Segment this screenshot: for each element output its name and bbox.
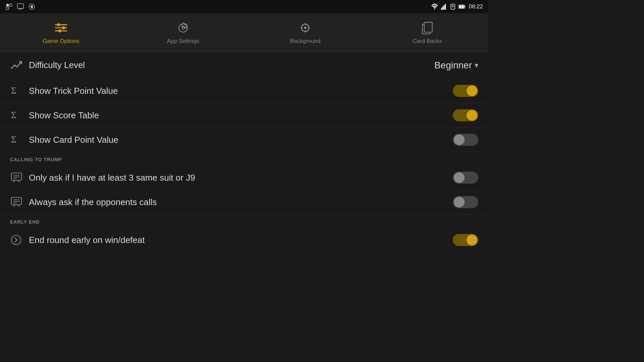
status-time: 08:22 — [469, 3, 483, 10]
end-round-row[interactable]: End round early on win/defeat — [0, 228, 488, 252]
always-ask-toggle[interactable] — [453, 196, 478, 208]
card-point-toggle-knob — [454, 134, 465, 145]
tab-background-label: Background — [290, 38, 321, 45]
svg-point-20 — [57, 23, 60, 26]
svg-point-33 — [304, 26, 306, 29]
end-round-label: End round early on win/defeat — [29, 235, 453, 245]
difficulty-row[interactable]: Difficulty Level Beginner ▾ — [0, 52, 488, 79]
score-table-toggle-knob — [467, 110, 477, 121]
app-icon-2 — [17, 3, 24, 10]
dropdown-arrow-icon: ▾ — [475, 61, 478, 70]
svg-rect-2 — [9, 4, 12, 6]
difficulty-icon — [10, 59, 29, 72]
svg-point-29 — [302, 24, 304, 26]
svg-rect-7 — [441, 8, 442, 10]
only-ask-label: Only ask if I have at least 3 same suit … — [29, 173, 453, 183]
tab-game-options-label: Game Options — [43, 38, 79, 45]
svg-rect-15 — [465, 6, 466, 8]
app-icon-1 — [5, 3, 13, 10]
card-point-icon: Σ — [10, 134, 29, 146]
status-bar: 08:22 — [0, 0, 488, 13]
trick-point-row[interactable]: Σ Show Trick Point Value — [0, 79, 488, 103]
card-point-toggle-container[interactable] — [453, 134, 478, 146]
tab-app-settings-label: App Settings — [167, 38, 199, 45]
svg-rect-9 — [444, 5, 445, 10]
end-round-toggle-knob — [467, 235, 477, 245]
always-ask-toggle-container[interactable] — [453, 196, 478, 208]
tab-background[interactable]: Background — [244, 13, 366, 52]
svg-rect-0 — [6, 4, 9, 6]
score-table-row[interactable]: Σ Show Score Table — [0, 103, 488, 128]
trick-point-toggle-knob — [467, 85, 477, 96]
battery-icon — [459, 4, 466, 9]
svg-point-25 — [304, 23, 306, 25]
tab-game-options[interactable]: Game Options — [0, 13, 122, 52]
trick-point-toggle[interactable] — [453, 85, 478, 97]
only-ask-toggle[interactable] — [453, 172, 478, 184]
status-bar-right: 08:22 — [431, 3, 483, 10]
svg-point-30 — [307, 30, 309, 32]
only-ask-toggle-knob — [454, 172, 465, 183]
always-ask-row[interactable]: Always ask if the opponents calls — [0, 190, 488, 215]
svg-rect-40 — [11, 173, 21, 180]
svg-point-31 — [307, 24, 309, 26]
svg-rect-1 — [6, 7, 9, 9]
trick-point-icon: Σ — [10, 85, 29, 97]
always-ask-icon — [10, 196, 29, 208]
settings-content: Difficulty Level Beginner ▾ Σ Show Trick… — [0, 52, 488, 252]
only-ask-toggle-container[interactable] — [453, 172, 478, 184]
difficulty-dropdown[interactable]: Beginner ▾ — [434, 60, 478, 71]
wifi-icon — [431, 4, 438, 10]
trick-point-label: Show Trick Point Value — [29, 86, 453, 96]
svg-point-48 — [11, 235, 21, 245]
svg-text:Σ: Σ — [11, 85, 16, 96]
svg-rect-35 — [424, 22, 432, 32]
tab-card-backs[interactable]: Card Backs — [366, 13, 488, 52]
app-icon-3 — [28, 3, 36, 10]
nav-tabs: Game Options App Settings Background — [0, 13, 488, 52]
card-point-label: Show Card Point Value — [29, 135, 453, 145]
status-bar-left — [5, 3, 36, 10]
tab-app-settings[interactable]: App Settings — [122, 13, 244, 52]
always-ask-toggle-knob — [454, 197, 465, 207]
card-point-row[interactable]: Σ Show Card Point Value — [0, 128, 488, 152]
score-table-toggle[interactable] — [453, 109, 478, 121]
end-round-icon — [10, 234, 29, 246]
svg-point-23 — [182, 26, 184, 29]
svg-point-32 — [302, 30, 304, 32]
sim-icon — [450, 4, 456, 10]
svg-rect-44 — [11, 197, 21, 205]
svg-rect-3 — [17, 4, 23, 9]
svg-rect-8 — [442, 6, 443, 10]
svg-text:Σ: Σ — [11, 134, 16, 144]
svg-rect-10 — [445, 4, 446, 10]
tab-card-backs-label: Card Backs — [413, 38, 442, 45]
card-point-toggle[interactable] — [453, 134, 478, 146]
svg-point-22 — [58, 29, 61, 33]
early-end-header: EARLY END — [0, 215, 488, 228]
calling-to-trump-header: CALLING TO TRUMP — [0, 152, 488, 166]
difficulty-value: Beginner — [434, 60, 472, 71]
end-round-toggle[interactable] — [453, 234, 478, 246]
score-table-icon: Σ — [10, 109, 29, 121]
signal-icon — [441, 4, 447, 10]
only-ask-icon — [10, 172, 29, 184]
end-round-toggle-container[interactable] — [453, 234, 478, 246]
score-table-toggle-container[interactable] — [453, 109, 478, 121]
svg-text:Σ: Σ — [11, 110, 16, 120]
svg-point-26 — [304, 31, 306, 33]
svg-point-21 — [62, 26, 65, 29]
svg-point-5 — [31, 5, 33, 8]
svg-point-6 — [434, 8, 436, 10]
svg-point-28 — [308, 27, 310, 29]
svg-point-27 — [301, 27, 303, 29]
score-table-label: Show Score Table — [29, 110, 453, 121]
always-ask-label: Always ask if the opponents calls — [29, 197, 453, 207]
trick-point-toggle-container[interactable] — [453, 85, 478, 97]
difficulty-label: Difficulty Level — [29, 60, 434, 70]
only-ask-row[interactable]: Only ask if I have at least 3 same suit … — [0, 166, 488, 190]
